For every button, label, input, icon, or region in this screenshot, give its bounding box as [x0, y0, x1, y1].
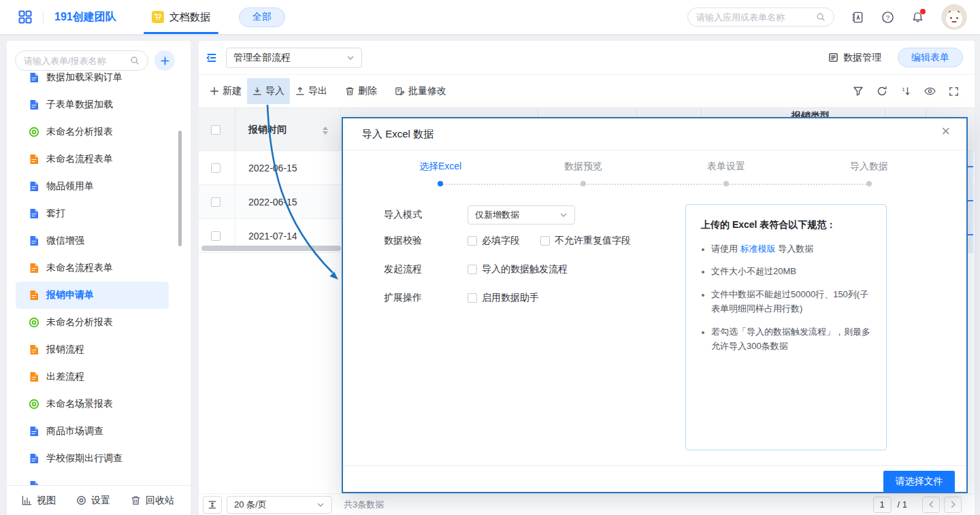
- spec-item-template: 请使用 标准模版 导入数据: [711, 242, 871, 256]
- standard-template-link[interactable]: 标准模版: [740, 244, 776, 254]
- flow-permission-select[interactable]: 管理全部流程: [226, 48, 362, 68]
- collapse-sidebar-icon[interactable]: [203, 52, 220, 64]
- row-height-icon[interactable]: [203, 496, 222, 514]
- page-size-select[interactable]: 20 条/页: [227, 496, 332, 514]
- required-fields-label[interactable]: 必填字段: [482, 235, 520, 247]
- step-dot: [723, 181, 729, 186]
- step-item[interactable]: 数据预览: [512, 159, 655, 195]
- global-search-input[interactable]: [696, 12, 816, 22]
- start-flow-label: 发起流程: [384, 263, 468, 276]
- delete-button[interactable]: 删除: [340, 78, 382, 104]
- add-form-button[interactable]: [154, 50, 175, 71]
- sidebar-form-item[interactable]: 报销流程: [16, 336, 169, 363]
- required-fields-checkbox[interactable]: [468, 236, 477, 246]
- sidebar-form-item[interactable]: 未命名流程表单: [16, 254, 169, 282]
- global-search[interactable]: [687, 7, 834, 27]
- no-duplicate-label[interactable]: 不允许重复值字段: [555, 235, 631, 247]
- data-manage-button[interactable]: 数据管理: [828, 52, 881, 64]
- sidebar-footer: 视图 设置 回收站: [7, 485, 191, 515]
- sidebar-form-item[interactable]: 物品领用单: [16, 173, 169, 200]
- choose-file-button[interactable]: 请选择文件: [883, 471, 955, 493]
- step-dot: [866, 181, 872, 186]
- column-header-date[interactable]: 报销时间: [248, 108, 287, 152]
- step-item[interactable]: 表单设置: [655, 159, 798, 195]
- close-icon[interactable]: ×: [941, 124, 950, 139]
- notification-bell-icon[interactable]: [911, 11, 924, 24]
- data-assistant-label[interactable]: 启用数据助手: [482, 292, 539, 304]
- sidebar-form-item[interactable]: 未命名流程表单: [16, 146, 169, 173]
- sidebar-scrollbar[interactable]: [178, 131, 182, 246]
- trigger-flow-checkbox[interactable]: [468, 265, 477, 274]
- form-item-label: 未命名场景报表: [46, 398, 113, 410]
- visibility-eye-icon[interactable]: [924, 86, 936, 97]
- form-item-label: 报销申请单: [46, 289, 94, 301]
- team-name[interactable]: 191创建团队: [54, 10, 116, 24]
- batch-edit-label: 批量修改: [408, 85, 446, 97]
- contacts-book-icon[interactable]: [851, 11, 864, 24]
- next-page-button[interactable]: [944, 497, 962, 513]
- export-button[interactable]: 导出: [290, 78, 333, 104]
- form-search-input[interactable]: [24, 56, 130, 66]
- sidebar-form-item[interactable]: 报销申请单: [16, 282, 169, 309]
- trigger-flow-label[interactable]: 导入的数据触发流程: [482, 263, 568, 276]
- form-search[interactable]: [15, 50, 148, 71]
- app-cart-icon: [152, 11, 164, 23]
- sidebar-form-item[interactable]: [16, 472, 169, 485]
- import-excel-modal: 导入 Excel 数据 × 选择Excel 数据预览 表单设置: [342, 117, 968, 493]
- row-date-cell: 2022-06-15: [248, 197, 297, 207]
- sidebar-form-item[interactable]: 数据加载采购订单: [16, 72, 169, 91]
- sidebar-form-item[interactable]: 微信增强: [16, 227, 169, 254]
- settings-button[interactable]: 设置: [76, 495, 110, 507]
- no-duplicate-checkbox[interactable]: [540, 236, 550, 246]
- filter-icon[interactable]: [853, 86, 864, 97]
- new-record-button[interactable]: 新建: [204, 78, 247, 104]
- step-dot: [438, 181, 443, 186]
- sidebar-form-item[interactable]: 未命名分析报表: [16, 309, 169, 336]
- spec-item-flow-limit: 若勾选「导入的数据触发流程」，则最多允许导入300条数据: [711, 325, 871, 354]
- sort-icon[interactable]: 1: [900, 86, 911, 97]
- row-checkbox[interactable]: [211, 163, 220, 173]
- scope-all-pill[interactable]: 全部: [239, 7, 285, 27]
- import-button[interactable]: 导入: [247, 78, 290, 104]
- form-doc-icon: [29, 235, 39, 246]
- modal-footer-divider: [343, 465, 966, 466]
- step-item[interactable]: 导入数据: [798, 159, 941, 195]
- nav-divider: [43, 11, 44, 23]
- help-icon[interactable]: ?: [881, 11, 894, 24]
- form-doc-icon: [29, 453, 39, 464]
- views-button[interactable]: 视图: [22, 495, 56, 507]
- chevron-down-icon: [316, 501, 325, 509]
- search-icon: [816, 12, 826, 22]
- horizontal-scrollbar[interactable]: [201, 246, 341, 251]
- sidebar-form-item[interactable]: 出差流程: [16, 363, 169, 391]
- form-doc-icon: [29, 263, 39, 273]
- row-checkbox[interactable]: [211, 231, 220, 241]
- recycle-bin-button[interactable]: 回收站: [131, 495, 174, 507]
- modal-title: 导入 Excel 数据: [362, 128, 434, 141]
- page-number-input[interactable]: 1: [873, 497, 892, 513]
- select-all-checkbox[interactable]: [211, 125, 220, 135]
- sidebar-form-item[interactable]: 商品市场调查: [16, 418, 169, 445]
- step-item[interactable]: 选择Excel: [369, 159, 512, 195]
- import-mode-select[interactable]: 仅新增数据: [468, 205, 575, 225]
- svg-text:1: 1: [902, 86, 905, 93]
- tab-doc-data[interactable]: 文档数据: [144, 0, 218, 34]
- data-assistant-checkbox[interactable]: [468, 293, 477, 303]
- batch-edit-button[interactable]: 批量修改: [389, 78, 452, 104]
- sidebar-form-item[interactable]: 未命名场景报表: [16, 391, 169, 418]
- user-avatar[interactable]: [941, 4, 967, 30]
- form-item-label: 物品领用单: [46, 180, 94, 193]
- sidebar-form-item[interactable]: 套打: [16, 200, 169, 227]
- edit-form-button[interactable]: 编辑表单: [898, 48, 963, 67]
- extend-ops-label: 扩展操作: [384, 292, 468, 304]
- row-checkbox[interactable]: [211, 197, 220, 207]
- fullscreen-icon[interactable]: [949, 86, 959, 97]
- workbench-grid-icon[interactable]: [18, 10, 32, 24]
- step-label: 选择Excel: [419, 159, 461, 173]
- prev-page-button[interactable]: [922, 497, 940, 513]
- refresh-icon[interactable]: [877, 86, 887, 97]
- sort-arrows-icon[interactable]: [323, 124, 328, 137]
- sidebar-form-item[interactable]: 未命名分析报表: [16, 118, 169, 146]
- sidebar-form-item[interactable]: 学校假期出行调查: [16, 445, 169, 472]
- sidebar-form-item[interactable]: 子表单数据加载: [16, 91, 169, 118]
